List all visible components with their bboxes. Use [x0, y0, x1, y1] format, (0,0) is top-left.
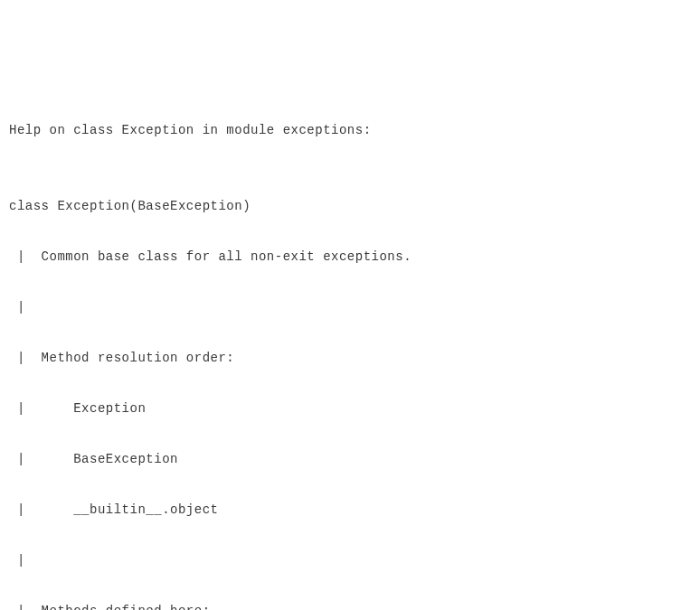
help-line: | Method resolution order:	[9, 345, 691, 371]
help-line: | BaseException	[9, 446, 691, 472]
help-line: | Methods defined here:	[9, 598, 691, 610]
help-line: |	[9, 548, 691, 573]
help-line: class Exception(BaseException)	[9, 193, 691, 219]
help-line: | Common base class for all non-exit exc…	[9, 244, 691, 269]
help-line: | __builtin__.object	[9, 497, 691, 522]
help-line: Help on class Exception in module except…	[9, 117, 691, 143]
help-line: | Exception	[9, 396, 691, 421]
help-line: |	[9, 295, 691, 320]
